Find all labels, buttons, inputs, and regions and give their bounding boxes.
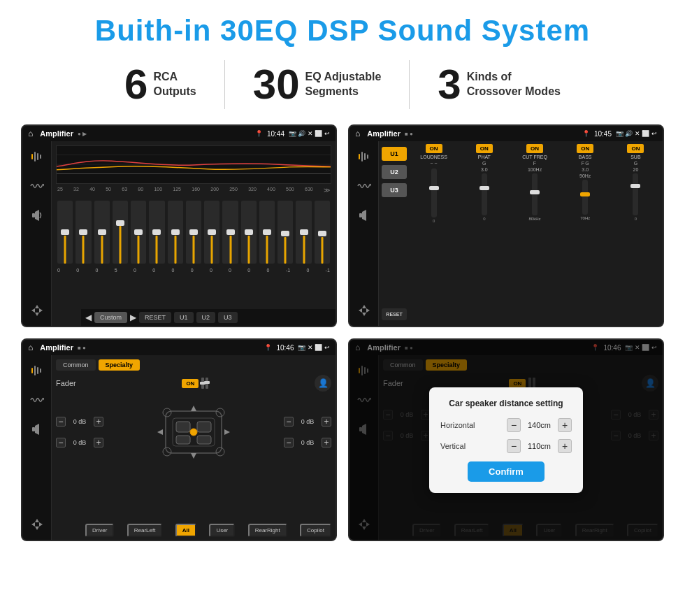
cutfreq-on[interactable]: ON <box>526 144 543 153</box>
home-icon-2[interactable]: ⌂ <box>355 129 360 138</box>
crossover-reset[interactable]: RESET <box>382 308 407 320</box>
right-bot-plus[interactable]: + <box>322 438 331 447</box>
sidebar-eq-icon-2[interactable] <box>354 147 374 166</box>
btn-copilot[interactable]: Copilot <box>300 524 331 537</box>
status-bar-2: ⌂ Amplifier ■ ● 📍 10:45 📷 🔊 ✕ ⬜ ↩ <box>349 126 663 141</box>
stat-crossover-text: Kinds ofCrossover Modes <box>467 70 561 99</box>
eq-slider-3[interactable] <box>94 201 110 264</box>
loudness-on[interactable]: ON <box>426 144 442 153</box>
preset-u3[interactable]: U3 <box>382 183 407 197</box>
eq-slider-11[interactable] <box>241 201 257 264</box>
horizontal-minus-btn[interactable]: − <box>507 418 521 432</box>
btn-rearleft[interactable]: RearLeft <box>127 524 163 537</box>
phat-slider[interactable] <box>482 173 487 215</box>
svg-rect-3 <box>40 155 41 159</box>
home-icon-1[interactable]: ⌂ <box>28 129 33 138</box>
btn-rearright[interactable]: RearRight <box>248 524 287 537</box>
home-icon-3[interactable]: ⌂ <box>28 343 33 352</box>
stat-rca: 6 RCAOutputs <box>96 64 224 106</box>
stat-crossover: 3 Kinds ofCrossover Modes <box>410 64 589 106</box>
eq-slider-14[interactable] <box>296 201 311 264</box>
loudness-label: LOUDNESS <box>420 155 447 159</box>
svg-marker-40 <box>191 406 196 411</box>
svg-rect-38 <box>197 436 211 444</box>
eq-u1-btn[interactable]: U1 <box>174 312 194 323</box>
sidebar-wave-icon-3[interactable] <box>27 390 47 410</box>
eq-next-icon[interactable]: ▶ <box>130 313 136 322</box>
loudness-slider[interactable] <box>431 169 437 217</box>
eq-slider-10[interactable] <box>222 201 238 264</box>
eq-slider-9[interactable] <box>204 201 219 264</box>
confirm-button[interactable]: Confirm <box>468 461 545 482</box>
sidebar-speaker-icon-2[interactable] <box>354 206 374 225</box>
sidebar-arrows-icon[interactable] <box>27 301 47 320</box>
horizontal-value: 140cm <box>524 421 555 429</box>
eq-slider-5[interactable] <box>131 201 146 264</box>
vertical-minus-btn[interactable]: − <box>507 439 521 453</box>
eq-u3-btn[interactable]: U3 <box>218 312 238 323</box>
screen-fader: ⌂ Amplifier ■ ● 📍 10:46 📷 ✕ ⬜ ↩ <box>21 338 337 541</box>
music-dots-1: ● ▶ <box>78 131 87 137</box>
eq-slider-12[interactable] <box>259 201 275 264</box>
bass-slider[interactable] <box>582 180 588 215</box>
sidebar-speaker-icon[interactable] <box>27 206 47 225</box>
left-top-plus[interactable]: + <box>94 417 103 427</box>
sidebar-wave-icon[interactable] <box>27 176 47 196</box>
sidebar-arrows-icon-2[interactable] <box>354 301 374 320</box>
eq-slider-7[interactable] <box>168 201 183 264</box>
eq-u2-btn[interactable]: U2 <box>196 312 216 323</box>
tab-specialty[interactable]: Specialty <box>99 359 140 371</box>
sub-on[interactable]: ON <box>627 144 644 153</box>
bass-label: BASS <box>579 155 592 159</box>
left-top-minus[interactable]: − <box>56 417 66 427</box>
eq-custom-btn[interactable]: Custom <box>94 312 127 323</box>
location-icon-3: 📍 <box>264 344 272 351</box>
eq-slider-15[interactable] <box>315 201 330 264</box>
right-bot-value: 0 dB <box>298 439 317 446</box>
eq-slider-1[interactable] <box>57 201 73 264</box>
sidebar-3 <box>22 355 52 540</box>
bass-on[interactable]: ON <box>577 144 593 153</box>
right-top-plus[interactable]: + <box>322 417 331 427</box>
tab-common[interactable]: Common <box>56 359 96 371</box>
eq-slider-2[interactable] <box>75 201 91 264</box>
left-bot-plus[interactable]: + <box>94 438 103 447</box>
svg-rect-17 <box>359 213 362 217</box>
eq-slider-6[interactable] <box>149 201 164 264</box>
btn-driver[interactable]: Driver <box>85 524 114 537</box>
sidebar-eq-icon[interactable] <box>27 147 47 166</box>
eq-slider-13[interactable] <box>277 201 293 264</box>
horizontal-plus-btn[interactable]: + <box>558 418 572 432</box>
sidebar-eq-icon-3[interactable] <box>27 361 47 380</box>
sub-val: 20 <box>633 167 639 172</box>
time-3: 10:46 <box>276 344 294 352</box>
sidebar-wave-icon-2[interactable] <box>354 176 374 196</box>
vertical-plus-btn[interactable]: + <box>558 439 572 453</box>
cutfreq-f: F <box>533 161 536 166</box>
sub-slider[interactable] <box>633 173 638 215</box>
phat-on[interactable]: ON <box>476 144 493 153</box>
fader-on-btn[interactable]: ON <box>182 379 199 388</box>
sidebar-arrows-icon-3[interactable] <box>27 515 47 534</box>
loudness-curve: ~~ <box>431 161 438 166</box>
right-top-minus[interactable]: − <box>284 417 294 427</box>
svg-marker-20 <box>362 313 366 316</box>
btn-user[interactable]: User <box>209 524 235 537</box>
eq-slider-8[interactable] <box>186 201 201 264</box>
btn-all[interactable]: All <box>175 524 196 537</box>
right-bot-minus[interactable]: − <box>284 438 294 447</box>
status-bar-3: ⌂ Amplifier ■ ● 📍 10:46 📷 ✕ ⬜ ↩ <box>22 340 336 355</box>
eq-main-area: 2532405063 80100125160200 25032040050063… <box>52 141 336 326</box>
eq-slider-4[interactable] <box>113 201 128 264</box>
time-1: 10:44 <box>267 130 284 138</box>
left-bot-minus[interactable]: − <box>56 438 66 447</box>
preset-u1[interactable]: U1 <box>382 147 407 161</box>
eq-prev-icon[interactable]: ◀ <box>85 313 92 322</box>
sub-bottom-val: 0 <box>635 217 637 221</box>
eq-reset-btn[interactable]: RESET <box>139 312 171 323</box>
car-diagram <box>108 397 280 467</box>
cutfreq-slider[interactable] <box>532 173 538 215</box>
svg-rect-14 <box>361 152 363 162</box>
preset-u2[interactable]: U2 <box>382 165 407 179</box>
sidebar-speaker-icon-3[interactable] <box>27 420 47 439</box>
